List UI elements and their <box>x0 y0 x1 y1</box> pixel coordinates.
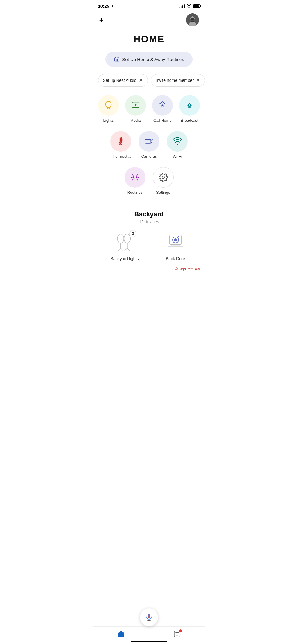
svg-point-29 <box>124 234 130 243</box>
settings-button[interactable]: Settings <box>152 167 174 195</box>
svg-point-7 <box>162 104 163 106</box>
battery-icon <box>193 4 200 8</box>
backyard-section: Backyard 12 devices 3 <box>93 210 205 266</box>
location-arrow-icon: ✈ <box>111 4 114 8</box>
suggestions-row: Set up Nest Audio ✕ Invite home member ✕ <box>93 74 205 95</box>
broadcast-label: Broadcast <box>181 118 198 123</box>
svg-point-17 <box>133 176 136 179</box>
nest-audio-label: Set up Nest Audio <box>103 78 136 83</box>
thermostat-icon-circle <box>110 131 131 152</box>
lights-label: Lights <box>103 118 114 123</box>
nest-audio-close-icon[interactable]: ✕ <box>139 78 143 83</box>
backyard-title: Backyard <box>98 210 200 218</box>
device-row: 3 Backyard lights Back Deck <box>98 230 200 266</box>
section-divider <box>93 203 205 203</box>
svg-line-32 <box>121 248 123 251</box>
lights-button[interactable]: Lights <box>98 95 119 123</box>
cameras-icon-circle <box>139 131 159 152</box>
routines-label: Routines <box>127 190 142 195</box>
svg-rect-39 <box>168 246 183 247</box>
callhome-button[interactable]: Call Home <box>152 95 173 123</box>
svg-line-23 <box>137 179 138 180</box>
back-deck-label: Back Deck <box>166 256 186 261</box>
routines-house-icon <box>114 56 120 63</box>
back-deck-icon-wrap <box>164 230 187 254</box>
backyard-lights-label: Backyard lights <box>111 256 139 261</box>
svg-line-34 <box>127 248 130 251</box>
callhome-label: Call Home <box>153 118 172 123</box>
invite-member-pill[interactable]: Invite home member ✕ <box>151 74 205 87</box>
svg-point-26 <box>162 176 164 179</box>
avatar[interactable] <box>186 13 199 26</box>
svg-rect-38 <box>171 245 180 246</box>
media-label: Media <box>130 118 141 123</box>
add-button[interactable]: + <box>99 16 104 24</box>
icon-row-3: Routines Settings <box>98 167 200 195</box>
backyard-device-count: 12 devices <box>98 219 200 224</box>
icon-grid: Lights Media Call Home <box>93 95 205 195</box>
time-display: 10:25 <box>98 4 109 9</box>
svg-rect-15 <box>145 139 151 143</box>
routines-button[interactable]: Routines <box>124 167 146 195</box>
backyard-lights-badge: 3 <box>129 230 136 237</box>
media-icon-circle <box>125 95 146 116</box>
wifi-icon-circle <box>167 131 188 152</box>
routines-button-label: Set Up Home & Away Routines <box>122 57 184 62</box>
callhome-icon-circle <box>152 95 173 116</box>
svg-line-22 <box>132 175 133 176</box>
svg-rect-4 <box>190 20 195 21</box>
nest-audio-pill[interactable]: Set up Nest Audio ✕ <box>98 74 148 87</box>
status-icons <box>179 4 200 9</box>
invite-member-label: Invite home member <box>156 78 194 83</box>
svg-line-31 <box>118 248 121 251</box>
backyard-lights-item[interactable]: 3 Backyard lights <box>111 230 139 261</box>
broadcast-icon-circle <box>179 95 200 116</box>
svg-line-33 <box>125 248 127 251</box>
wifi-status-icon <box>187 4 191 9</box>
lights-icon-circle <box>98 95 119 116</box>
icon-row-1: Lights Media Call Home <box>98 95 200 123</box>
status-time: 10:25 ✈ <box>98 4 114 9</box>
svg-marker-6 <box>135 104 137 106</box>
svg-line-25 <box>132 179 133 180</box>
svg-point-27 <box>117 234 124 243</box>
page-title: HOME <box>93 31 205 52</box>
watermark: © HighTechDad <box>93 266 205 272</box>
page-header: + <box>93 11 205 31</box>
wifi-label: Wi-Fi <box>173 154 182 159</box>
settings-icon-circle <box>153 167 174 188</box>
thermostat-label: Thermostat <box>111 154 131 159</box>
broadcast-button[interactable]: Broadcast <box>179 95 200 123</box>
routines-icon-circle <box>125 167 145 188</box>
svg-marker-16 <box>151 139 153 143</box>
cameras-button[interactable]: Cameras <box>138 131 160 159</box>
back-deck-item[interactable]: Back Deck <box>164 230 187 261</box>
cameras-label: Cameras <box>141 154 157 159</box>
routines-setup-button[interactable]: Set Up Home & Away Routines <box>105 52 192 67</box>
backyard-lights-icon-wrap: 3 <box>113 230 136 254</box>
wifi-button[interactable]: Wi-Fi <box>166 131 189 159</box>
status-bar: 10:25 ✈ <box>93 0 205 11</box>
svg-point-11 <box>120 143 122 144</box>
svg-point-37 <box>174 238 177 241</box>
media-button[interactable]: Media <box>125 95 146 123</box>
signal-icon <box>179 4 185 8</box>
thermostat-button[interactable]: Thermostat <box>110 131 132 159</box>
svg-line-24 <box>137 175 138 176</box>
icon-row-2: Thermostat Cameras Wi-Fi <box>98 131 200 159</box>
svg-point-40 <box>178 236 179 237</box>
invite-member-close-icon[interactable]: ✕ <box>196 78 200 83</box>
svg-rect-12 <box>120 138 121 142</box>
settings-label: Settings <box>156 190 170 195</box>
